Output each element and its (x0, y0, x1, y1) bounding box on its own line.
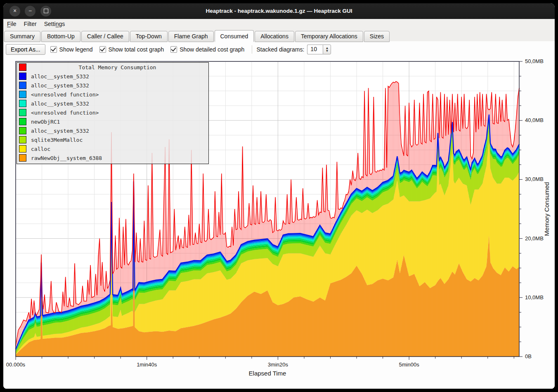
tab-allocations[interactable]: Allocations (255, 31, 294, 42)
legend-title: Total Memory Consumption (26, 64, 208, 70)
legend-label: alloc__system_5332 (31, 73, 89, 80)
legend-swatch (19, 91, 26, 98)
maximize-icon[interactable] (40, 6, 51, 16)
close-icon[interactable]: × (9, 6, 20, 16)
legend-label: sqlite3MemMalloc (31, 137, 83, 143)
y-tick-label: 0B (525, 353, 532, 359)
legend-swatch (19, 82, 26, 89)
stacked-diagrams-label: Stacked diagrams: (256, 46, 304, 53)
tab-top-down[interactable]: Top-Down (130, 31, 168, 42)
y-tick-label: 20,0MB (525, 235, 544, 242)
chart-legend: Total Memory Consumptionalloc__system_53… (17, 62, 209, 164)
legend-item: <unresolved function> (17, 108, 208, 117)
menu-bar: FileFilterSettings (3, 19, 555, 30)
legend-swatch (19, 118, 26, 125)
menu-item-file[interactable]: File (3, 19, 20, 29)
checkbox-box[interactable] (99, 46, 106, 53)
legend-swatch (19, 100, 26, 107)
tab-consumed[interactable]: Consumed (215, 30, 254, 42)
legend-item: newObjRC1 (17, 117, 208, 126)
legend-swatch (19, 73, 26, 80)
x-axis-title: Elapsed Time (249, 370, 286, 377)
legend-item: alloc__system_5332 (17, 99, 208, 108)
tab-bottom-up[interactable]: Bottom-Up (41, 31, 80, 42)
stacked-diagrams-spinbox[interactable]: 10 ▲ ▼ (307, 45, 331, 54)
maximize-square (44, 9, 48, 13)
minimize-icon[interactable]: − (25, 6, 35, 16)
tab-strip: SummaryBottom-UpCaller / CalleeTop-DownF… (3, 30, 555, 42)
checkbox-box[interactable] (50, 46, 57, 53)
toolbar-separator (252, 45, 252, 54)
legend-swatch-total (19, 63, 26, 71)
checkbox-label: Show legend (59, 46, 93, 53)
title-bar: Heaptrack - heaptrack.wakunode.1.gz — He… (3, 3, 555, 19)
menu-item-filter[interactable]: Filter (20, 19, 40, 29)
stacked-diagrams-value[interactable]: 10 (307, 45, 323, 54)
heaptrack-window: Heaptrack - heaptrack.wakunode.1.gz — He… (3, 3, 555, 389)
legend-label: alloc__system_5332 (31, 82, 89, 89)
legend-swatch (19, 109, 26, 116)
window-title: Heaptrack - heaptrack.wakunode.1.gz — He… (3, 3, 555, 19)
tab-sizes[interactable]: Sizes (364, 31, 390, 42)
legend-swatch (19, 154, 26, 162)
checkbox-group: Show legendShow total cost graphShow det… (50, 46, 251, 53)
legend-label: rawNewObj__system_6388 (31, 155, 102, 161)
x-tick-label: 3min20s (268, 361, 288, 368)
legend-item: alloc__system_5332 (17, 126, 208, 135)
x-tick-label: 5min00s (399, 361, 420, 368)
y-tick-label: 40,0MB (525, 117, 544, 123)
spin-down-icon[interactable]: ▼ (325, 49, 329, 52)
checkbox-label: Show detailed cost graph (180, 46, 244, 53)
legend-header: Total Memory Consumption (17, 63, 208, 72)
legend-label: alloc__system_5332 (31, 101, 89, 107)
legend-item: rawNewObj__system_6388 (17, 153, 208, 162)
checkbox-label: Show total cost graph (109, 46, 164, 53)
x-tick-label: 1min40s (137, 361, 157, 368)
y-tick-label: 10,0MB (525, 294, 544, 300)
tab-temporary-allocations[interactable]: Temporary Allocations (295, 31, 363, 42)
spinbox-arrows[interactable]: ▲ ▼ (323, 45, 331, 54)
legend-item: calloc (17, 144, 208, 153)
legend-item: alloc__system_5332 (17, 72, 208, 81)
x-tick-label: 00.000s (6, 361, 26, 368)
legend-item: <unresolved function> (17, 90, 208, 99)
checkbox-show-detailed-cost-graph[interactable]: Show detailed cost graph (170, 46, 244, 53)
export-as-button[interactable]: Export As... (6, 44, 45, 55)
legend-item: alloc__system_5332 (17, 81, 208, 90)
legend-item: sqlite3MemMalloc (17, 135, 208, 144)
legend-label: <unresolved function> (31, 110, 99, 116)
legend-label: <unresolved function> (31, 92, 99, 98)
chart-area: 00.000s1min40s3min20s5min00s0B10,0MB20,0… (3, 55, 555, 389)
legend-label: calloc (31, 146, 50, 152)
checkbox-show-total-cost-graph[interactable]: Show total cost graph (99, 46, 164, 53)
legend-label: newObjRC1 (31, 119, 60, 125)
y-tick-label: 30,0MB (525, 176, 544, 182)
legend-swatch (19, 127, 26, 134)
consumed-panel: Export As... Show legendShow total cost … (3, 41, 555, 389)
legend-swatch (19, 145, 26, 153)
checkbox-box[interactable] (170, 46, 177, 53)
y-axis-title: Memory Consumed (543, 182, 550, 236)
toolbar: Export As... Show legendShow total cost … (6, 44, 331, 55)
y-tick-label: 50,0MB (525, 58, 544, 64)
tab-flame-graph[interactable]: Flame Graph (168, 31, 214, 42)
tab-summary[interactable]: Summary (4, 31, 40, 42)
tab-caller-callee[interactable]: Caller / Callee (81, 31, 129, 42)
legend-label: alloc__system_5332 (31, 128, 89, 134)
menu-item-settings[interactable]: Settings (40, 19, 69, 29)
legend-swatch (19, 136, 26, 143)
checkbox-show-legend[interactable]: Show legend (50, 46, 93, 53)
